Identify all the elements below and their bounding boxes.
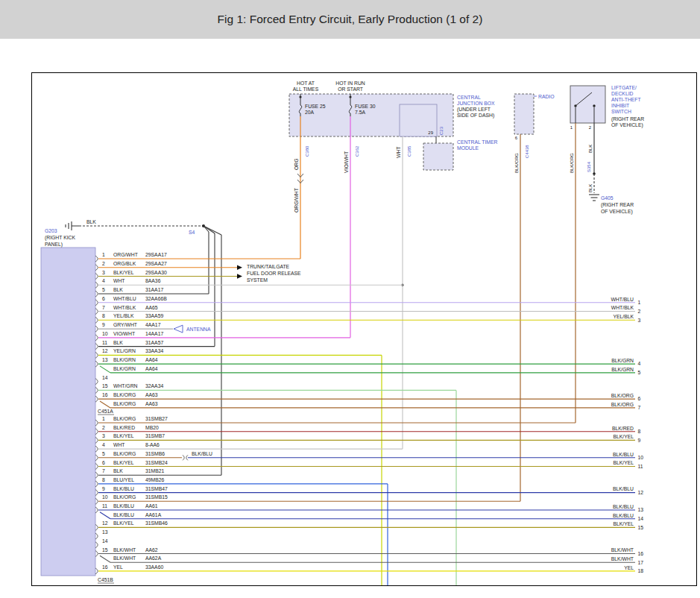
- circuit-label: 32AA66B: [145, 296, 167, 301]
- pin-number: 9: [102, 322, 105, 327]
- edge-wire-label: BLK/BLU: [613, 504, 634, 509]
- connector-id-label: C23: [439, 126, 444, 135]
- pin-number: 7: [102, 305, 105, 310]
- wire-color-label: GRY/WHT: [113, 322, 137, 327]
- wire-color-label: BLK/YEL: [113, 270, 134, 275]
- pin-number: 3: [102, 433, 105, 438]
- wire-color-label: WHT: [113, 278, 124, 283]
- wire-color-label: BLK/RED: [113, 425, 135, 430]
- system-reference-label: TRUNK/TAILGATE: [247, 264, 290, 269]
- connector-a-label: C451A: [98, 409, 113, 414]
- wire-color-label: VIO/WHT: [344, 151, 349, 173]
- fuse30-rating: 7.5A: [355, 110, 365, 115]
- edge-pin-number: 4: [638, 361, 641, 366]
- edge-wire-label: YEL: [624, 565, 634, 570]
- edge-pin-number: 7: [638, 405, 641, 410]
- ground-location: OF VEHICLE): [601, 209, 633, 215]
- pin-number: 10: [102, 494, 108, 500]
- liftgate-label: LIFTGATE/: [611, 85, 637, 90]
- wire-color-label: WHT/BLK: [113, 305, 136, 310]
- fuse30-label: FUSE 30: [355, 104, 376, 109]
- edge-wire-label: BLK/WHT: [611, 556, 634, 561]
- edge-wire-label: WHT/BLU: [611, 297, 634, 302]
- circuit-label: 14AA17: [145, 331, 163, 336]
- pin-number: 2: [102, 425, 105, 430]
- wire-color-label: BLK: [113, 287, 123, 292]
- wire-color-label: BLK/ORG: [113, 494, 136, 500]
- wire-color-label: BLK/ORG: [113, 401, 136, 406]
- wire-color-label: VIO/WHT: [113, 331, 135, 336]
- liftgate-location: (RIGHT REAR: [611, 116, 644, 122]
- ground-label: G405: [601, 195, 614, 201]
- pin-number: 10: [102, 331, 108, 336]
- wire-color-label: BLK/WHT: [113, 547, 136, 553]
- pin-number: 13: [102, 529, 108, 535]
- central-timer-module-box: [423, 143, 453, 170]
- pin-number: 8: [102, 313, 105, 318]
- circuit-label: 31SMB15: [145, 494, 168, 500]
- edge-pin-number: 14: [638, 516, 644, 521]
- feed-label: ALL TIMES: [293, 86, 319, 92]
- fuse25-rating: 20A: [305, 110, 315, 115]
- pin-number: 15: [102, 547, 108, 553]
- pin-number: 3: [102, 270, 105, 275]
- wire-color-label: BLK/ORG: [113, 451, 136, 456]
- wire-color-label: BLK/BLU: [113, 503, 134, 509]
- circuit-label: AA65: [145, 305, 158, 310]
- radio-box: [514, 94, 534, 134]
- circuit-label: 29SAA27: [145, 261, 167, 266]
- circuit-label: AA62A: [145, 555, 162, 561]
- edge-wire-label: BLK/BLU: [613, 486, 634, 491]
- edge-wire-label: BLK/GRN: [611, 367, 634, 372]
- pin-number: 7: [102, 468, 105, 473]
- circuit-label: 4AA17: [145, 322, 161, 327]
- circuit-label: 31SMB47: [145, 486, 168, 491]
- wire-color-label: BLK/ORG: [570, 153, 574, 173]
- liftgate-label: ANTI-THEFT: [611, 97, 641, 102]
- wire-color-label: BLK/ORG: [113, 416, 136, 421]
- wire-color-label: ORG/WHT: [294, 188, 299, 213]
- pin-number: 5: [102, 287, 105, 292]
- feed-label: HOT AT: [297, 81, 315, 86]
- edge-wire-label: BLK/BLU: [613, 513, 634, 518]
- circuit-label: 49MB26: [145, 477, 165, 482]
- connector-id-label: C362: [355, 145, 359, 157]
- liftgate-label: DECKLID: [611, 91, 634, 96]
- circuit-label: AA63: [145, 392, 158, 397]
- connector-id-label: C380: [305, 145, 309, 157]
- circuit-label: 31SMB46: [145, 520, 168, 526]
- edge-wire-label: BLK/ORG: [611, 393, 634, 398]
- edge-wire-label: BLK/WHT: [611, 547, 634, 553]
- circuit-label: 29SAA17: [145, 252, 167, 257]
- figure-title-bar: Fig 1: Forced Entry Circuit, Early Produ…: [0, 0, 700, 39]
- circuit-label: 8AA36: [145, 278, 161, 283]
- wire-color-label: ORG/WHT: [113, 252, 138, 257]
- circuit-label: 33AA59: [145, 313, 163, 318]
- edge-wire-label: BLK/YEL: [613, 521, 634, 526]
- circuit-label: 33AA60: [145, 564, 163, 570]
- edge-pin-number: 1: [638, 300, 641, 305]
- wire-color-label: BLK/BLU: [192, 451, 212, 456]
- radio-label: RADIO: [538, 94, 555, 99]
- circuit-label: 31MB21: [145, 468, 165, 473]
- pin-number: 6: [102, 460, 105, 465]
- edge-pin-number: 13: [638, 507, 644, 512]
- wire-color-label: BLK/ORG: [514, 153, 519, 173]
- circuit-label: AA62: [145, 547, 158, 553]
- wire-color-label: YEL/BLK: [113, 313, 134, 318]
- wire-color-label: BLK/ORG: [113, 392, 136, 397]
- pin-number: 4: [102, 278, 105, 283]
- wire-color-label: BLK/YEL: [113, 433, 134, 438]
- ground-location: (RIGHT REAR: [601, 202, 634, 208]
- feed-label: HOT IN RUN: [335, 81, 365, 86]
- ctm-label: CENTRAL TIMER: [457, 139, 497, 145]
- pin-number: 16: [102, 392, 108, 397]
- liftgate-label: INHIBIT: [611, 103, 629, 108]
- circuit-label: 31SMB27: [145, 416, 168, 421]
- pin-number: 12: [102, 348, 108, 353]
- circuit-label: AA64: [145, 357, 158, 362]
- circuit-label: 32AA34: [145, 383, 163, 388]
- feed-label: OR START: [338, 86, 363, 92]
- edge-wire-label: BLK/GRN: [611, 358, 634, 363]
- circuit-label: 31SMB24: [145, 460, 168, 465]
